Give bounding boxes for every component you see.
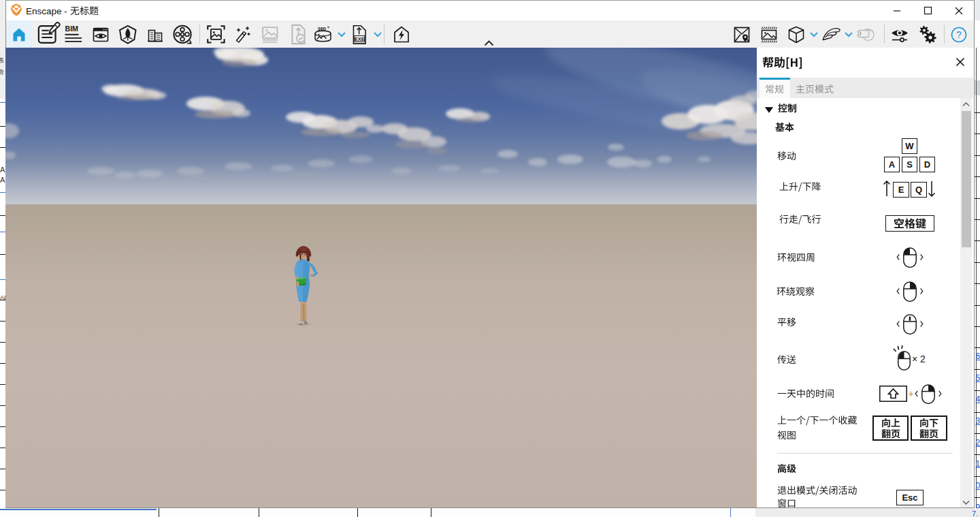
svg-text:BIM: BIM bbox=[65, 25, 79, 33]
svg-text:?: ? bbox=[956, 29, 962, 40]
svg-text:EXE: EXE bbox=[355, 35, 365, 42]
